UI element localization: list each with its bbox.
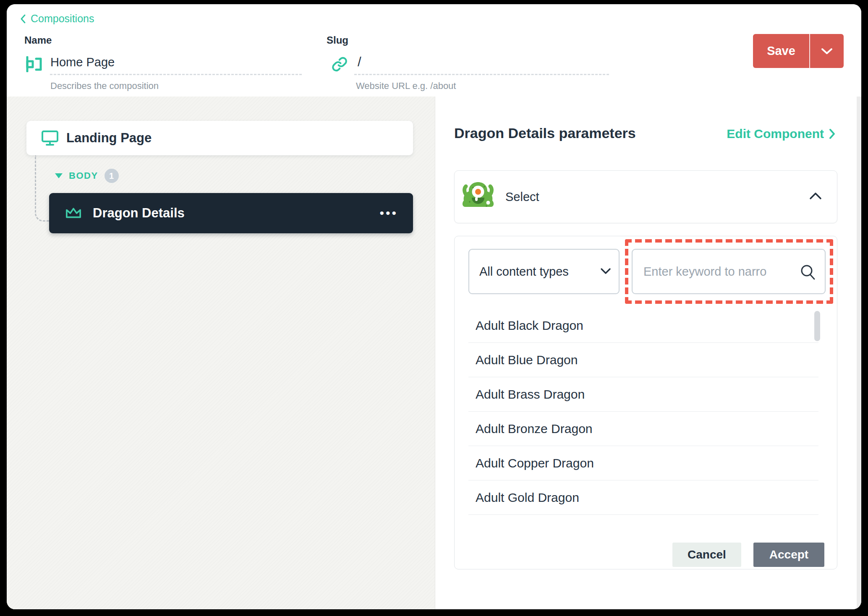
link-icon	[331, 56, 348, 72]
chevron-right-icon	[829, 128, 835, 139]
name-help-text: Describes the composition	[50, 81, 159, 91]
monitor-icon	[41, 130, 59, 146]
entry-list: Adult Black Dragon Adult Blue Dragon Adu…	[468, 308, 818, 515]
list-scrollbar-thumb[interactable]	[814, 311, 820, 341]
name-field-underline	[50, 74, 302, 75]
list-item[interactable]: Adult Copper Dragon	[468, 446, 818, 480]
monster-icon	[461, 177, 495, 211]
accordion-label: Select	[505, 190, 539, 204]
list-item[interactable]: Adult Brass Dragon	[468, 377, 818, 412]
chevron-down-icon	[600, 267, 611, 275]
chevron-left-icon	[20, 14, 26, 24]
tree-node-label: Dragon Details	[93, 206, 369, 221]
composition-name-value[interactable]: Home Page	[50, 55, 115, 69]
slot-count-badge: 1	[105, 169, 119, 183]
composition-tree-canvas: Landing Page BODY 1 Dragon Details •••	[7, 97, 435, 609]
tree-node-label: Landing Page	[66, 131, 152, 146]
list-item[interactable]: Adult Blue Dragon	[468, 343, 818, 377]
cancel-button[interactable]: Cancel	[672, 543, 741, 567]
slug-field-underline	[354, 74, 609, 75]
triangle-collapse-icon[interactable]	[55, 173, 63, 178]
slot-label: BODY	[69, 170, 98, 181]
tree-node-landing-page[interactable]: Landing Page	[26, 121, 413, 155]
keyword-search-input[interactable]	[633, 250, 825, 293]
header: Compositions Name Home Page Describes th…	[7, 4, 861, 97]
list-item[interactable]: Adult Bronze Dragon	[468, 412, 818, 446]
content-type-dropdown[interactable]: All content types	[468, 249, 620, 294]
save-button[interactable]: Save	[753, 34, 809, 68]
tree-node-dragon-details[interactable]: Dragon Details •••	[49, 193, 413, 233]
chevron-down-icon	[821, 47, 833, 55]
panel-scrollbar-track[interactable]	[857, 97, 861, 609]
accept-button[interactable]: Accept	[753, 543, 824, 567]
panel-title: Dragon Details parameters	[454, 125, 636, 141]
slug-label: Slug	[327, 34, 348, 46]
back-to-compositions-link[interactable]: Compositions	[20, 13, 94, 25]
select-parameter-accordion[interactable]: Select	[454, 170, 837, 223]
app-window: Compositions Name Home Page Describes th…	[7, 4, 861, 609]
edit-link-label: Edit Component	[727, 127, 824, 141]
search-icon[interactable]	[799, 263, 817, 282]
tree-slot-body[interactable]: BODY 1	[55, 169, 119, 183]
list-item[interactable]: Adult Black Dragon	[468, 308, 818, 343]
entry-picker-card: All content types Adult Black Dragon Adu…	[454, 236, 837, 569]
chevron-up-icon[interactable]	[809, 192, 822, 200]
crown-icon	[65, 207, 82, 219]
slug-value[interactable]: /	[358, 55, 361, 70]
back-link-label: Compositions	[31, 13, 94, 25]
list-item[interactable]: Adult Gold Dragon	[468, 480, 818, 515]
slug-help-text: Website URL e.g. /about	[356, 81, 456, 91]
save-options-button[interactable]	[810, 34, 844, 68]
composition-icon	[24, 56, 44, 72]
content-type-selected-value: All content types	[479, 265, 569, 279]
keyword-search-field	[632, 249, 826, 294]
save-split-button: Save	[753, 34, 844, 68]
name-label: Name	[24, 34, 52, 46]
edit-component-link[interactable]: Edit Component	[727, 127, 835, 141]
tree-connector-line	[35, 155, 49, 222]
